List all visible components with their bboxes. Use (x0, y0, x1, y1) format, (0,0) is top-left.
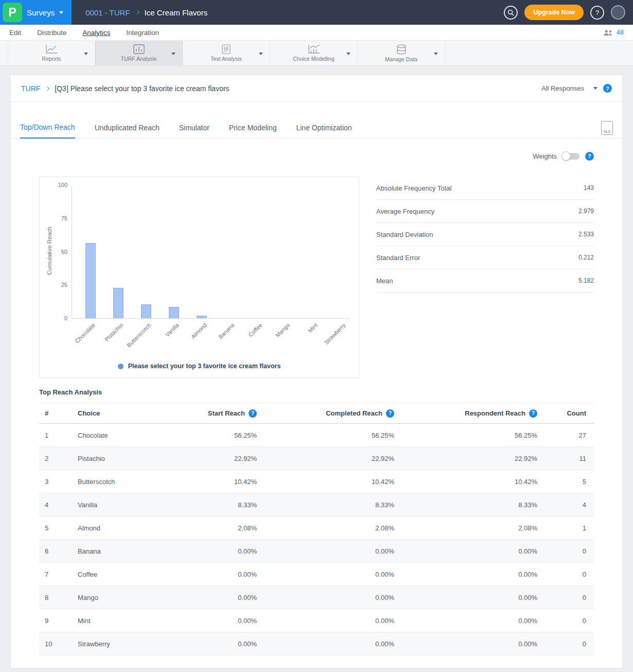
search-button[interactable] (504, 6, 518, 20)
chevron-down-icon (593, 87, 597, 90)
weights-label: Weights (533, 152, 557, 160)
app-logo-letter: P (8, 6, 16, 20)
filter-help-button[interactable]: ? (603, 84, 612, 93)
chevron-down-icon[interactable] (434, 53, 438, 55)
stat-label: Absolute Frequency Total (376, 184, 451, 192)
database-icon (396, 44, 407, 55)
tab-unduplicated-reach[interactable]: Unduplicated Reach (95, 124, 160, 138)
row-count: 5 (537, 478, 594, 486)
tool-choice-modelling[interactable]: Choice Modelling (270, 41, 358, 65)
breadcrumb-survey-id[interactable]: 0001 - TURF (85, 8, 130, 17)
stat-value: 2.533 (578, 231, 594, 238)
bar-vanilla (169, 307, 179, 318)
tool-reports[interactable]: Reports (8, 41, 95, 65)
respondent-reach-help-button[interactable]: ? (529, 409, 537, 418)
row-completed-reach: 10.42% (257, 478, 394, 486)
tool-manage-data[interactable]: Manage Data (358, 41, 445, 65)
chevron-right-icon (135, 10, 139, 14)
chevron-down-icon[interactable] (171, 53, 175, 55)
bar-chart-icon (133, 44, 145, 54)
x-axis-label: Chocolate (74, 322, 97, 344)
y-tick-label: 100 (40, 182, 67, 188)
chevron-down-icon[interactable] (259, 53, 263, 55)
col-choice: Choice (70, 409, 168, 417)
row-choice: Banana (70, 547, 168, 555)
avatar[interactable] (611, 5, 625, 20)
weights-toggle[interactable] (562, 153, 579, 160)
question-title: [Q3] Please select your top 3 favorite i… (55, 84, 229, 93)
x-axis-label: Coffee (247, 322, 263, 338)
row-start-reach: 10.42% (168, 478, 257, 486)
responses-filter-value: All Responses (541, 84, 584, 92)
document-icon (222, 44, 231, 54)
tool-label: Text Analysis (210, 56, 242, 62)
x-axis-label: Pistachio (103, 322, 124, 342)
row-start-reach: 56.25% (168, 432, 257, 439)
row-start-reach: 0.00% (168, 594, 257, 601)
chevron-down-icon[interactable] (346, 53, 350, 55)
help-button[interactable]: ? (590, 6, 604, 20)
tab-price-modeling[interactable]: Price Modeling (229, 124, 277, 138)
search-icon (507, 9, 514, 16)
legend-label: Please select your top 3 favorite ice cr… (128, 363, 281, 370)
col-respondent-reach-label: Respondent Reach (465, 409, 525, 417)
tab-line-optimization[interactable]: Line Optimization (296, 124, 351, 138)
tool-label: Choice Modelling (293, 56, 335, 62)
turf-breadcrumb-link[interactable]: TURF (21, 84, 40, 93)
row-choice: Coffee (70, 571, 168, 578)
question-breadcrumb: TURF [Q3] Please select your top 3 favor… (11, 75, 622, 102)
table-body: 1 Chocolate 56.25% 56.25% 56.25% 27 2 Pi… (39, 424, 594, 656)
y-tick-label: 25 (40, 282, 67, 288)
nav-item-edit[interactable]: Edit (9, 29, 21, 37)
row-start-reach: 0.00% (168, 571, 257, 578)
breadcrumb-survey-title: Ice Cream Flavors (145, 8, 208, 17)
x-axis-label: Almond (190, 322, 208, 340)
table-row: 3 Butterscotch 10.42% 10.42% 10.42% 5 (39, 470, 594, 493)
row-respondent-reach: 56.25% (394, 432, 537, 439)
weights-control: Weights ? (11, 139, 622, 162)
respondent-count-button[interactable]: 48 (603, 29, 624, 36)
row-completed-reach: 0.00% (257, 594, 394, 601)
row-completed-reach: 56.25% (257, 432, 394, 439)
toggle-knob[interactable] (561, 151, 571, 161)
row-number: 2 (39, 455, 70, 462)
tool-turf-analysis[interactable]: TURF Analysis (95, 41, 183, 65)
col-number: # (39, 409, 70, 417)
question-mark-icon: ? (606, 85, 609, 92)
export-xls-button[interactable]: XLS (601, 121, 613, 135)
row-respondent-reach: 8.33% (394, 501, 537, 509)
chevron-down-icon[interactable] (84, 53, 88, 55)
x-axis-label: Mango (274, 322, 291, 338)
topbar: P Surveys 0001 - TURF Ice Cream Flavors … (0, 0, 633, 25)
row-completed-reach: 0.00% (257, 571, 394, 578)
weights-help-button[interactable]: ? (585, 152, 594, 161)
row-number: 1 (39, 432, 70, 439)
start-reach-help-button[interactable]: ? (249, 409, 257, 418)
nav-item-integration[interactable]: Integration (126, 29, 159, 37)
analysis-section: Cumulative Reach ChocolatePistachioButte… (11, 162, 622, 378)
tab-simulator[interactable]: Simulator (179, 124, 209, 138)
nav-item-analytics[interactable]: Analytics (82, 29, 110, 37)
col-completed-reach: Completed Reach ? (257, 409, 394, 418)
stat-label: Standard Deviation (376, 231, 433, 238)
surveys-menu[interactable]: P Surveys (0, 0, 72, 25)
app-logo[interactable]: P (3, 3, 22, 22)
tab-top-down-reach[interactable]: Top/Down Reach (20, 123, 75, 139)
row-number: 3 (39, 478, 70, 486)
top-reach-analysis-section: Top Reach Analysis # Choice Start Reach … (11, 378, 622, 668)
table-row: 6 Banana 0.00% 0.00% 0.00% 0 (39, 540, 594, 563)
row-count: 27 (537, 432, 594, 439)
bar-butterscotch (141, 304, 151, 318)
stat-row: Absolute Frequency Total 143 (376, 177, 594, 200)
row-number: 5 (39, 524, 70, 532)
tool-text-analysis[interactable]: Text Analysis (183, 41, 270, 65)
upgrade-now-button[interactable]: Upgrade Now (524, 5, 584, 20)
xls-icon: XLS (602, 130, 612, 133)
row-count: 0 (537, 594, 594, 601)
row-count: 0 (537, 640, 594, 648)
completed-reach-help-button[interactable]: ? (386, 409, 394, 418)
row-start-reach: 2.08% (168, 524, 257, 532)
responses-filter-dropdown[interactable]: All Responses (541, 84, 597, 92)
row-choice: Almond (70, 524, 168, 532)
nav-item-distribute[interactable]: Distribute (37, 29, 66, 37)
